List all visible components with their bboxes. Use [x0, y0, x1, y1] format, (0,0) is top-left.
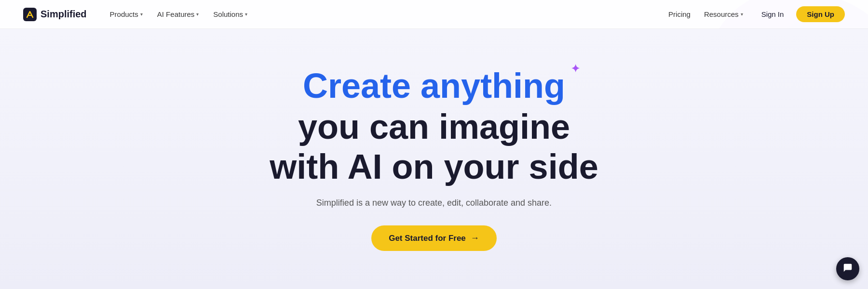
brand-name: Simplified	[41, 9, 87, 20]
nav-right-links: Pricing Resources ▾	[663, 7, 749, 21]
ai-features-label: AI Features	[157, 10, 195, 18]
sparkle-icon: ✦	[571, 63, 580, 75]
pricing-label: Pricing	[668, 10, 691, 18]
nav-products[interactable]: Products ▾	[104, 7, 149, 21]
hero-title-line1: Create anything✦	[303, 67, 565, 105]
products-label: Products	[110, 10, 138, 18]
cta-label: Get Started for Free	[389, 234, 466, 243]
nav-right: Pricing Resources ▾ Sign In Sign Up	[663, 6, 845, 22]
svg-rect-0	[23, 8, 37, 21]
products-chevron-icon: ▾	[140, 12, 143, 17]
solutions-chevron-icon: ▾	[245, 12, 247, 17]
resources-label: Resources	[704, 10, 739, 18]
ai-features-chevron-icon: ▾	[196, 12, 199, 17]
hero-subtitle: Simplified is a new way to create, edit,…	[316, 198, 552, 208]
sign-in-button[interactable]: Sign In	[753, 6, 793, 22]
resources-chevron-icon: ▾	[741, 12, 743, 17]
hero-title-container: Create anything✦	[303, 67, 565, 105]
hero-title-line2: you can imagine	[298, 107, 570, 147]
hero-section: Create anything✦ you can imagine with AI…	[0, 29, 868, 289]
chat-icon	[842, 263, 853, 276]
cta-arrow-icon: →	[471, 233, 479, 243]
navbar: Simplified Products ▾ AI Features ▾ Solu…	[0, 0, 868, 29]
get-started-button[interactable]: Get Started for Free →	[371, 225, 497, 251]
chat-support-button[interactable]	[836, 257, 859, 280]
sign-up-button[interactable]: Sign Up	[796, 6, 845, 22]
nav-left: Simplified Products ▾ AI Features ▾ Solu…	[23, 7, 253, 21]
nav-links: Products ▾ AI Features ▾ Solutions ▾	[104, 7, 253, 21]
logo-icon	[23, 8, 37, 21]
solutions-label: Solutions	[213, 10, 243, 18]
nav-ai-features[interactable]: AI Features ▾	[151, 7, 205, 21]
logo[interactable]: Simplified	[23, 8, 87, 21]
hero-title-line3: with AI on your side	[270, 147, 598, 187]
nav-resources[interactable]: Resources ▾	[698, 7, 749, 21]
nav-pricing[interactable]: Pricing	[663, 7, 696, 21]
nav-solutions[interactable]: Solutions ▾	[207, 7, 253, 21]
